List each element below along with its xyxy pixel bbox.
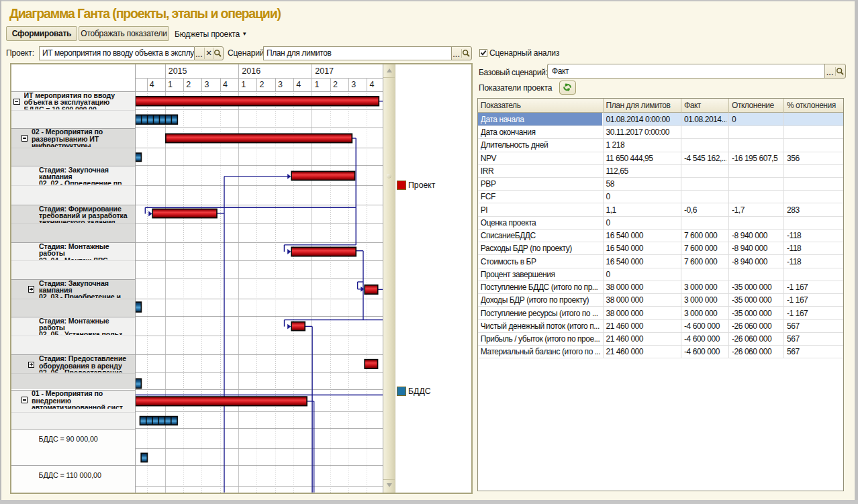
svg-text:2: 2 bbox=[187, 80, 191, 89]
svg-text:2016: 2016 bbox=[242, 66, 261, 76]
svg-text:2017: 2017 bbox=[316, 66, 334, 76]
svg-text:2: 2 bbox=[260, 80, 265, 89]
svg-text:4: 4 bbox=[370, 80, 375, 89]
svg-text:4: 4 bbox=[297, 80, 301, 89]
svg-text:3: 3 bbox=[351, 80, 356, 89]
svg-text:2015: 2015 bbox=[169, 66, 187, 76]
svg-text:1: 1 bbox=[168, 80, 173, 89]
svg-text:2: 2 bbox=[333, 80, 338, 89]
svg-text:3: 3 bbox=[205, 80, 209, 89]
svg-text:3: 3 bbox=[278, 80, 283, 89]
svg-text:1: 1 bbox=[315, 80, 320, 89]
svg-text:4: 4 bbox=[150, 80, 154, 89]
svg-text:4: 4 bbox=[223, 80, 228, 89]
svg-text:1: 1 bbox=[242, 80, 246, 89]
